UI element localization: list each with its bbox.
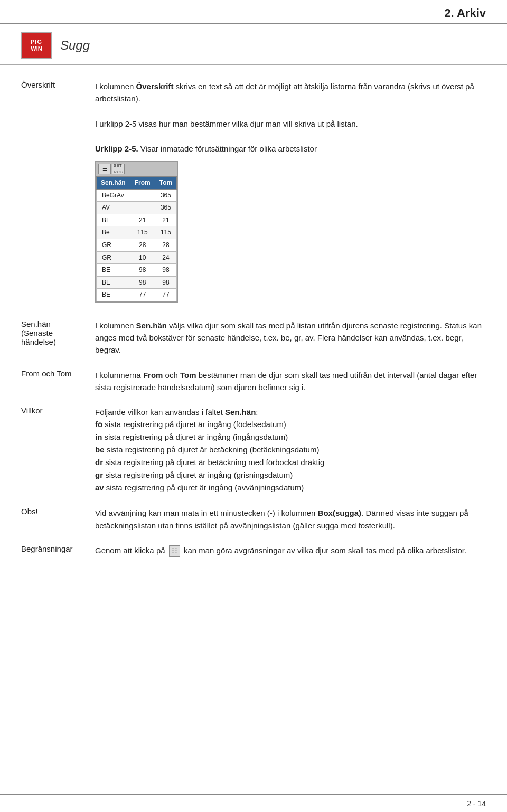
table-cell: 24 [155, 251, 176, 264]
table-cell: 98 [155, 276, 176, 289]
logo-area: PIG WIN Sugg [0, 24, 507, 65]
villkor-item: av sista registrering på djuret är ingån… [95, 481, 486, 494]
table-cell: 115 [130, 226, 155, 239]
body-fromtom: I kolumnerna From och Tom bestämmer man … [95, 369, 486, 394]
section-urklipp1: I urklipp 2-5 visas hur man bestämmer vi… [21, 118, 486, 130]
fromtom-bold2: Tom [180, 371, 196, 380]
table-cell: 365 [155, 189, 176, 202]
villkor-item: fö sista registrering på djuret är ingån… [95, 418, 486, 431]
fromtom-text2: och [163, 371, 180, 380]
table-row: GR2828 [97, 239, 177, 251]
section-obs: Obs! Vid avvänjning kan man mata in ett … [21, 507, 486, 532]
section-urklipp2: Urklipp 2-5. Visar inmatade förutsättnin… [21, 143, 486, 307]
col-header-senhän: Sen.hän [97, 177, 130, 190]
table-row: AV365 [97, 202, 177, 214]
table-cell: 21 [130, 214, 155, 226]
logo-sugg-text: Sugg [60, 38, 90, 53]
villkor-item: gr sista registrering på djuret är ingån… [95, 469, 486, 481]
table-cell: 77 [130, 289, 155, 301]
table-cell: 98 [130, 264, 155, 277]
body-overskrift: I kolumnen Överskrift skrivs en text så … [95, 80, 486, 105]
body-senhän: I kolumnen Sen.hän väljs vilka djur som … [95, 319, 486, 356]
section-senhän: Sen.hän (Senaste händelse) I kolumnen Se… [21, 319, 486, 356]
table-cell: BE [97, 264, 130, 277]
villkor-item-key: in [95, 432, 102, 441]
table-cell: 21 [155, 214, 176, 226]
logo-pig-text: PIG [31, 39, 42, 45]
body-obs: Vid avvänjning kan man mata in ett minus… [95, 507, 486, 532]
toolbar-set-icon: SETRUG [112, 164, 125, 174]
table-row: BE7777 [97, 289, 177, 301]
villkor-bold1: Sen.hän [225, 408, 256, 417]
toolbar-list-icon: ☰ [98, 164, 111, 174]
page-title: 2. Arkiv [444, 6, 486, 20]
section-overskrift: Överskrift I kolumnen Överskrift skrivs … [21, 80, 486, 105]
table-row: BE2121 [97, 214, 177, 226]
villkor-item: dr sista registrering på djuret är betäc… [95, 456, 486, 469]
fromtom-text1: I kolumnerna [95, 371, 143, 380]
villkor-item: be sista registrering på djuret är betäc… [95, 443, 486, 456]
section-begransningar: Begränsningar Genom att klicka på ☷ kan … [21, 544, 486, 557]
table-row: BeGrAv365 [97, 189, 177, 202]
villkor-item-key: be [95, 445, 105, 454]
begransningar-icon: ☷ [169, 545, 180, 558]
urklipp2-label: Urklipp 2-5. [95, 144, 138, 153]
table-cell [130, 202, 155, 214]
data-table: Sen.hän From Tom BeGrAv365AV365BE2121Be1… [96, 176, 177, 301]
table-toolbar: ☰ SETRUG [96, 162, 177, 176]
villkor-item: in sista registrering på djuret är ingån… [95, 431, 486, 443]
table-cell: GR [97, 239, 130, 251]
begransningar-text1: Genom att klicka på [95, 546, 167, 555]
label-villkor: Villkor [21, 406, 95, 494]
table-cell: BE [97, 214, 130, 226]
sim-table-wrapper: ☰ SETRUG Sen.hän From Tom BeGrAv365AV [95, 161, 178, 303]
overskrift-text1: I kolumnen [95, 82, 136, 91]
begransningar-text2: kan man göra avgränsningar av vilka djur… [184, 546, 466, 555]
main-content: Överskrift I kolumnen Överskrift skrivs … [0, 65, 507, 601]
label-senhän: Sen.hän (Senaste händelse) [21, 319, 95, 356]
villkor-item-key: dr [95, 458, 103, 467]
table-cell: 365 [155, 202, 176, 214]
table-cell: 10 [130, 251, 155, 264]
fromtom-bold1: From [143, 371, 163, 380]
table-cell [130, 189, 155, 202]
logo-win-text: WIN [31, 45, 42, 52]
overskrift-bold1: Överskrift [136, 82, 174, 91]
body-urklipp2: Urklipp 2-5. Visar inmatade förutsättnin… [95, 143, 486, 307]
villkor-item-key: av [95, 483, 104, 492]
table-cell: BE [97, 276, 130, 289]
table-cell: BE [97, 289, 130, 301]
label-urklipp1 [21, 118, 95, 130]
table-cell: GR [97, 251, 130, 264]
footer-page: 2 - 14 [467, 799, 486, 808]
table-cell: BeGrAv [97, 189, 130, 202]
table-cell: 77 [155, 289, 176, 301]
table-cell: 28 [155, 239, 176, 251]
label-overskrift: Överskrift [21, 80, 95, 105]
senhän-bold1: Sen.hän [136, 321, 167, 330]
senhän-text1: I kolumnen [95, 321, 136, 330]
page-header: 2. Arkiv [0, 0, 507, 24]
villkor-intro2: : [256, 408, 258, 417]
table-row: BE9898 [97, 276, 177, 289]
villkor-item-key: fö [95, 420, 102, 429]
page-footer: 2 - 14 [0, 794, 507, 812]
col-header-from: From [130, 177, 155, 190]
label-urklipp2 [21, 143, 95, 307]
table-area: ☰ SETRUG Sen.hän From Tom BeGrAv365AV [95, 161, 486, 303]
table-cell: Be [97, 226, 130, 239]
label-obs: Obs! [21, 507, 95, 532]
table-row: Be115115 [97, 226, 177, 239]
body-villkor: Följande villkor kan användas i fältet S… [95, 406, 486, 494]
section-villkor: Villkor Följande villkor kan användas i … [21, 406, 486, 494]
table-cell: 98 [130, 276, 155, 289]
label-fromtom: From och Tom [21, 369, 95, 394]
label-begransningar: Begränsningar [21, 544, 95, 557]
body-begransningar: Genom att klicka på ☷ kan man göra avgrä… [95, 544, 486, 557]
table-row: GR1024 [97, 251, 177, 264]
table-cell: 115 [155, 226, 176, 239]
col-header-tom: Tom [155, 177, 176, 190]
table-row: BE9898 [97, 264, 177, 277]
villkor-item-key: gr [95, 470, 103, 479]
table-cell: 28 [130, 239, 155, 251]
